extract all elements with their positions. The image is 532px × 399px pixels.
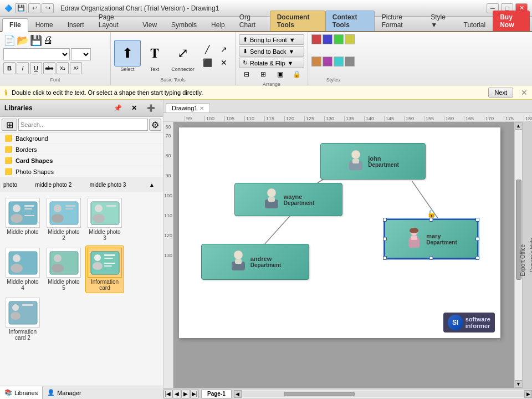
save-quick-btn[interactable]: 💾 xyxy=(15,3,27,13)
node-andrew[interactable]: andrew Department xyxy=(201,244,309,280)
scroll-right-btn[interactable]: ▶ xyxy=(524,390,532,398)
redo-btn[interactable]: ↪ xyxy=(42,3,54,13)
bring-to-front-btn[interactable]: ⬆ Bring to Front ▼ xyxy=(239,34,304,45)
undo-btn[interactable]: ↩ xyxy=(28,3,40,13)
tab-help[interactable]: Help xyxy=(204,18,232,31)
scroll-down-btn[interactable]: ▼ xyxy=(515,380,523,388)
lock-btn[interactable]: 🔒 xyxy=(289,68,304,80)
tab-style[interactable]: Style ▼ xyxy=(423,11,456,31)
font-family-select[interactable]: Arial xyxy=(3,48,70,60)
style-orange[interactable] xyxy=(311,57,321,66)
next-button[interactable]: Next xyxy=(488,88,513,98)
shape-middle-photo-4[interactable]: Middle photo 4 xyxy=(3,245,42,293)
page-next-btn[interactable]: ▶ xyxy=(181,390,190,398)
scroll-track-h[interactable] xyxy=(242,391,524,397)
bold-btn[interactable]: B xyxy=(3,62,16,74)
canvas-scroll-area[interactable]: john Department xyxy=(173,122,522,388)
font-size-select[interactable]: 10 xyxy=(71,48,91,60)
tab-org-chart[interactable]: Org Chart xyxy=(232,11,270,31)
tab-buy-now[interactable]: Buy Now xyxy=(493,11,530,31)
rotate-flip-btn[interactable]: ↻ Rotate & Flip ▼ xyxy=(239,58,304,68)
open-btn[interactable]: 📂 xyxy=(17,34,29,47)
library-search-input[interactable] xyxy=(18,119,148,131)
shape-middle-photo-3[interactable]: Middle photo 3 xyxy=(85,196,124,243)
handle-tr[interactable] xyxy=(475,218,479,222)
scroll-up-btn[interactable]: ▲ xyxy=(515,122,523,130)
tab-picture-format[interactable]: Picture Format xyxy=(375,11,424,31)
handle-br[interactable] xyxy=(475,256,479,260)
shape-tool-btn[interactable]: ⬛ xyxy=(200,57,215,69)
cross-tool-btn[interactable]: ✕ xyxy=(216,57,232,69)
scroll-thumb-h[interactable] xyxy=(284,392,355,396)
style-blue[interactable] xyxy=(323,34,332,44)
print-btn[interactable]: 🖨 xyxy=(43,34,53,47)
page-tab-1[interactable]: Page-1 xyxy=(201,389,232,398)
manager-tab[interactable]: 👤 Manager xyxy=(43,386,85,399)
libraries-tab[interactable]: 📚 Libraries xyxy=(0,386,43,399)
tab-ctx-tools[interactable]: Context Tools xyxy=(325,11,375,31)
tab-symbols[interactable]: Symbols xyxy=(164,18,204,31)
tab-page-layout[interactable]: Page Layout xyxy=(91,11,136,31)
tab-file[interactable]: File xyxy=(2,18,28,32)
style-yellow[interactable] xyxy=(345,34,355,44)
scroll-up-btn[interactable]: ▲ xyxy=(144,178,160,191)
style-gray[interactable] xyxy=(345,57,355,66)
text-tool-btn[interactable]: 𝐓 xyxy=(141,40,168,66)
select-tool-btn[interactable]: ⬆ xyxy=(114,40,141,66)
handle-tm[interactable] xyxy=(429,218,433,222)
library-item-card-shapes[interactable]: 🟨 Card Shapes xyxy=(0,155,163,166)
canvas-scrollbar-h[interactable]: ◀ ▶ xyxy=(234,390,532,398)
new-btn[interactable]: 📄 xyxy=(3,34,16,47)
tab-tutorial[interactable]: Tutorial xyxy=(457,18,493,31)
shape-middle-photo-1[interactable]: Middle photo xyxy=(3,196,42,243)
italic-btn[interactable]: I xyxy=(17,62,29,74)
style-purple[interactable] xyxy=(323,57,332,66)
style-red[interactable] xyxy=(311,34,321,44)
sidebar-pin-btn[interactable]: 📌 xyxy=(110,102,125,114)
handle-bm[interactable] xyxy=(429,256,433,260)
shape-middle-photo-5[interactable]: Middle photo 5 xyxy=(44,245,83,293)
dynamic-help-panel[interactable]: Dynamic Help Export Office xyxy=(522,122,532,388)
library-item-photo-shapes[interactable]: 🟨 Photo Shapes xyxy=(0,166,163,177)
style-green[interactable] xyxy=(334,34,344,44)
sidebar-add-btn[interactable]: ➕ xyxy=(143,102,158,114)
style-teal[interactable] xyxy=(334,57,344,66)
shape-information-card[interactable]: Information card xyxy=(85,245,124,293)
send-to-back-btn[interactable]: ⬇ Send to Back ▼ xyxy=(239,46,304,57)
library-view-btn[interactable]: ⊞ xyxy=(2,119,17,131)
tab-home[interactable]: Home xyxy=(28,18,60,31)
save-btn[interactable]: 💾 xyxy=(30,34,42,47)
tab-insert[interactable]: Insert xyxy=(60,18,91,31)
page-first-btn[interactable]: |◀ xyxy=(163,390,172,398)
distribute-btn[interactable]: ⊞ xyxy=(255,68,271,80)
node-john[interactable]: john Department xyxy=(320,143,426,180)
tab-doc-tools[interactable]: Document Tools xyxy=(270,11,325,31)
arrow-tool-btn[interactable]: ↗ xyxy=(216,43,232,55)
page-prev-btn[interactable]: ◀ xyxy=(172,390,181,398)
handle-bl[interactable] xyxy=(383,256,387,260)
superscript-btn[interactable]: X² xyxy=(70,62,82,74)
shape-middle-photo-2[interactable]: Middle photo 2 xyxy=(44,196,83,243)
node-wayne[interactable]: wayne Department xyxy=(234,183,342,216)
subscript-btn[interactable]: X₂ xyxy=(57,62,69,74)
shape-information-card-2[interactable]: Information card 2 xyxy=(3,295,42,343)
library-item-background[interactable]: 🟨 Background xyxy=(0,133,163,144)
library-settings-btn[interactable]: ⚙ xyxy=(149,119,161,131)
strikethrough-btn[interactable]: abc xyxy=(43,62,55,74)
group-btn[interactable]: ▣ xyxy=(272,68,288,80)
handle-tl[interactable] xyxy=(383,218,387,222)
handle-mr[interactable] xyxy=(475,237,479,241)
underline-btn[interactable]: U xyxy=(30,62,42,74)
canvas-tab-close-btn[interactable]: ✕ xyxy=(200,105,204,111)
sidebar-close-btn[interactable]: ✕ xyxy=(126,102,142,114)
library-item-borders[interactable]: 🟨 Borders xyxy=(0,144,163,155)
tab-view[interactable]: View xyxy=(135,18,164,31)
drawing-canvas[interactable]: john Department xyxy=(179,127,500,338)
align-btn[interactable]: ⊟ xyxy=(239,68,254,80)
notification-close-btn[interactable]: ✕ xyxy=(521,88,528,97)
scroll-left-btn[interactable]: ◀ xyxy=(234,390,242,398)
line-tool-btn[interactable]: ╱ xyxy=(200,43,215,55)
canvas-tab-drawing1[interactable]: Drawing1 ✕ xyxy=(166,103,210,112)
page-last-btn[interactable]: ▶| xyxy=(190,390,199,398)
connector-tool-btn[interactable]: ⤢ xyxy=(170,40,196,66)
